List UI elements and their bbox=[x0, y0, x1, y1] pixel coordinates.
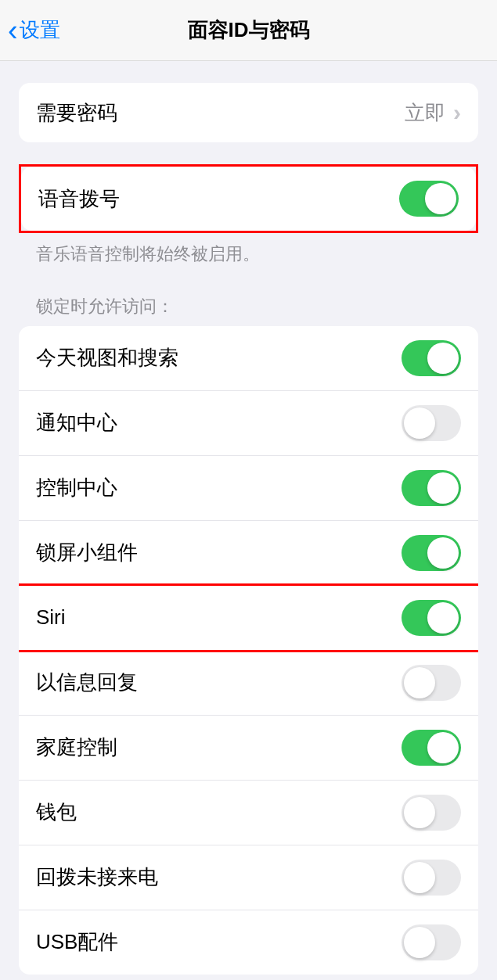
lock-access-toggle[interactable] bbox=[402, 924, 461, 960]
lock-access-group: 今天视图和搜索通知中心控制中心锁屏小组件Siri以信息回复家庭控制钱包回拨未接来… bbox=[19, 326, 478, 975]
require-passcode-value: 立即 bbox=[405, 99, 445, 127]
lock-access-label: 控制中心 bbox=[36, 474, 117, 501]
lock-access-row: Siri bbox=[19, 586, 478, 651]
lock-access-label: USB配件 bbox=[36, 928, 118, 956]
lock-access-footer: iPhone锁定超过一小时后，需先解锁iPhone才能允许USB配件连接。 bbox=[19, 975, 478, 980]
lock-access-toggle[interactable] bbox=[402, 860, 461, 896]
lock-access-label: Siri bbox=[36, 605, 66, 630]
lock-access-row: 回拨未接来电 bbox=[19, 845, 478, 910]
back-label: 设置 bbox=[20, 16, 60, 44]
chevron-right-icon: › bbox=[453, 99, 461, 126]
toggle-knob bbox=[427, 732, 459, 763]
toggle-knob bbox=[425, 183, 456, 214]
lock-access-label: 今天视图和搜索 bbox=[36, 344, 178, 372]
lock-access-label: 以信息回复 bbox=[36, 669, 138, 696]
lock-access-toggle[interactable] bbox=[402, 535, 461, 571]
voice-dial-toggle[interactable] bbox=[399, 181, 459, 217]
lock-access-label: 锁屏小组件 bbox=[36, 539, 138, 566]
chevron-left-icon: ‹ bbox=[8, 16, 18, 45]
lock-access-toggle[interactable] bbox=[402, 730, 461, 766]
toggle-knob bbox=[404, 797, 435, 828]
toggle-knob bbox=[427, 537, 459, 569]
voice-dial-label: 语音拨号 bbox=[38, 185, 120, 213]
page-title: 面容ID与密码 bbox=[188, 16, 310, 44]
lock-access-toggle[interactable] bbox=[402, 665, 461, 701]
require-passcode-row[interactable]: 需要密码 立即 › bbox=[19, 83, 478, 142]
lock-access-toggle[interactable] bbox=[402, 470, 461, 506]
toggle-knob bbox=[404, 927, 435, 958]
voice-dial-highlight: 语音拨号 bbox=[19, 164, 478, 233]
lock-access-toggle[interactable] bbox=[402, 340, 461, 376]
lock-access-row: USB配件 bbox=[19, 910, 478, 975]
voice-dial-footer: 音乐语音控制将始终被启用。 bbox=[19, 233, 478, 267]
nav-header: ‹ 设置 面容ID与密码 bbox=[0, 0, 497, 61]
lock-access-row: 钱包 bbox=[19, 781, 478, 845]
lock-access-toggle[interactable] bbox=[402, 795, 461, 831]
lock-access-row: 控制中心 bbox=[19, 456, 478, 521]
lock-access-toggle[interactable] bbox=[402, 405, 461, 441]
voice-dial-group: 语音拨号 bbox=[21, 167, 476, 231]
back-button[interactable]: ‹ 设置 bbox=[0, 16, 60, 45]
toggle-knob bbox=[427, 602, 459, 634]
lock-access-row: 通知中心 bbox=[19, 391, 478, 456]
lock-access-label: 家庭控制 bbox=[36, 734, 117, 761]
lock-access-header: 锁定时允许访问： bbox=[19, 267, 478, 326]
toggle-knob bbox=[404, 667, 435, 698]
lock-access-row: 以信息回复 bbox=[19, 651, 478, 716]
require-passcode-label: 需要密码 bbox=[36, 99, 117, 127]
lock-access-row: 家庭控制 bbox=[19, 716, 478, 781]
lock-access-row: 锁屏小组件 bbox=[19, 521, 478, 586]
lock-access-toggle[interactable] bbox=[402, 600, 461, 636]
toggle-knob bbox=[427, 343, 459, 374]
lock-access-row: 今天视图和搜索 bbox=[19, 326, 478, 391]
toggle-knob bbox=[427, 472, 459, 504]
lock-access-label: 回拨未接来电 bbox=[36, 863, 158, 891]
lock-access-label: 钱包 bbox=[36, 799, 77, 826]
voice-dial-row: 语音拨号 bbox=[21, 167, 476, 231]
toggle-knob bbox=[404, 862, 435, 893]
lock-access-label: 通知中心 bbox=[36, 409, 117, 436]
toggle-knob bbox=[404, 407, 435, 439]
require-passcode-group: 需要密码 立即 › bbox=[19, 83, 478, 142]
